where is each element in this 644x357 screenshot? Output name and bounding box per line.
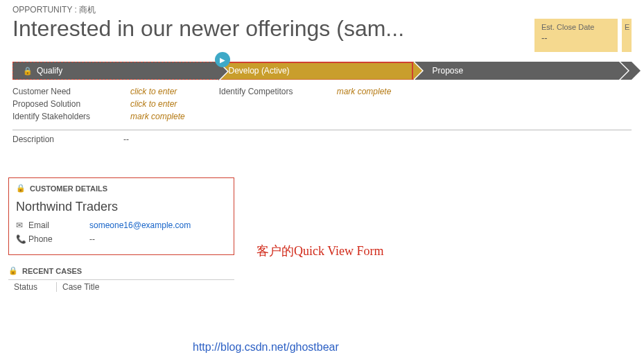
watermark-url: http://blog.csdn.net/ghostbear bbox=[193, 341, 339, 354]
develop-fields: Identify Competitors mark complete bbox=[219, 85, 426, 123]
phone-label: Phone bbox=[28, 234, 89, 244]
entity-label: OPPORTUNITY : 商机 bbox=[0, 0, 644, 16]
customer-details-card: 🔒 CUSTOMER DETAILS Northwind Traders ✉ E… bbox=[8, 177, 234, 255]
recent-cases-section: 🔒 RECENT CASES Status Case Title bbox=[8, 266, 234, 292]
field-row[interactable]: Customer Need click to enter bbox=[12, 85, 219, 98]
stage-label: Qualify bbox=[37, 66, 62, 76]
lock-icon: 🔒 bbox=[23, 67, 33, 76]
col-case-title[interactable]: Case Title bbox=[57, 282, 105, 292]
est-close-date-value: -- bbox=[541, 33, 611, 43]
email-label: Email bbox=[28, 220, 89, 230]
annotation-text: 客户的Quick View Form bbox=[256, 243, 384, 259]
field-label: Customer Need bbox=[12, 87, 130, 96]
header-box-overflow: E bbox=[622, 19, 632, 52]
process-stage-flow: 🔒 Qualify ▶ Develop (Active) Propose bbox=[12, 62, 632, 80]
est-close-date-box[interactable]: Est. Close Date -- bbox=[534, 19, 618, 52]
field-value[interactable]: mark complete bbox=[130, 112, 185, 121]
section-title: RECENT CASES bbox=[22, 267, 82, 275]
stage-label: Develop (Active) bbox=[229, 66, 290, 76]
stage-label: Propose bbox=[433, 66, 464, 76]
field-row[interactable]: Proposed Solution click to enter bbox=[12, 98, 219, 110]
stage-develop-active[interactable]: ▶ Develop (Active) bbox=[219, 62, 413, 80]
description-row[interactable]: Description -- bbox=[0, 130, 644, 144]
field-value[interactable]: mark complete bbox=[337, 87, 392, 96]
customer-details-header: 🔒 CUSTOMER DETAILS bbox=[16, 184, 227, 193]
field-row[interactable]: Identify Stakeholders mark complete bbox=[12, 110, 219, 123]
page-title: Interested in our newer offerings (sam..… bbox=[12, 16, 534, 42]
phone-icon: 📞 bbox=[16, 234, 28, 244]
col-status[interactable]: Status bbox=[8, 282, 57, 292]
customer-phone-row[interactable]: 📞 Phone -- bbox=[16, 232, 227, 246]
recent-cases-header: 🔒 RECENT CASES bbox=[8, 266, 234, 275]
stage-propose[interactable]: Propose bbox=[413, 62, 620, 80]
description-value: -- bbox=[123, 134, 129, 144]
field-label: Identify Stakeholders bbox=[12, 112, 130, 121]
customer-name[interactable]: Northwind Traders bbox=[16, 200, 227, 214]
mail-icon: ✉ bbox=[16, 220, 28, 230]
description-label: Description bbox=[12, 134, 123, 144]
est-close-date-label: Est. Close Date bbox=[541, 23, 611, 31]
field-row[interactable]: Identify Competitors mark complete bbox=[219, 85, 426, 98]
phone-value: -- bbox=[89, 234, 95, 244]
customer-email-row[interactable]: ✉ Email someone16@example.com bbox=[16, 218, 227, 232]
field-label: Proposed Solution bbox=[12, 99, 130, 109]
recent-cases-table-head: Status Case Title bbox=[8, 279, 234, 292]
field-label: Identify Competitors bbox=[219, 87, 337, 96]
qualify-fields: Customer Need click to enter Proposed So… bbox=[12, 85, 219, 123]
field-value[interactable]: click to enter bbox=[130, 99, 177, 109]
section-title: CUSTOMER DETAILS bbox=[30, 184, 107, 193]
stage-qualify[interactable]: 🔒 Qualify bbox=[12, 62, 219, 80]
lock-icon: 🔒 bbox=[16, 184, 26, 193]
lock-icon: 🔒 bbox=[8, 266, 18, 275]
play-icon: ▶ bbox=[215, 52, 230, 67]
field-value[interactable]: click to enter bbox=[130, 87, 177, 96]
email-value[interactable]: someone16@example.com bbox=[89, 220, 191, 230]
